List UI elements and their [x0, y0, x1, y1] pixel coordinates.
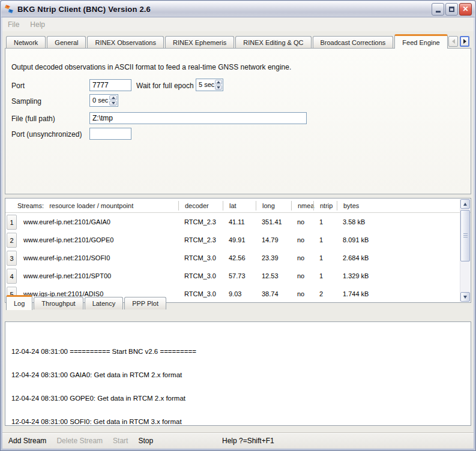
tab-ppp-plot[interactable]: PPP Plot [124, 297, 166, 309]
streams-table: Streams: resource loader / mountpoint de… [5, 198, 471, 303]
cell-long: 12.53 [256, 272, 291, 279]
cell-long: 14.79 [256, 236, 291, 243]
tab-scroll-left-button[interactable] [448, 36, 458, 47]
table-row[interactable]: 2 www.euref-ip.net:2101/GOPE0 RTCM_2.3 4… [5, 231, 471, 249]
column-header-long[interactable]: long [256, 201, 291, 211]
cell-ntrip: 2 [313, 290, 337, 297]
arrow-up-icon [463, 203, 467, 206]
delete-stream-button[interactable]: Delete Stream [56, 437, 103, 445]
main-tab-bar: Network General RINEX Observations RINEX… [6, 34, 448, 49]
scroll-up-button[interactable] [460, 199, 470, 209]
port-unsynchronized-input[interactable] [89, 128, 131, 140]
tab-feed-engine[interactable]: Feed Engine [394, 34, 447, 49]
cell-ntrip: 1 [313, 272, 337, 279]
tab-rinex-editing-qc[interactable]: RINEX Editing & QC [235, 36, 311, 49]
menu-help[interactable]: Help [25, 19, 50, 31]
chevron-left-icon [452, 39, 455, 44]
port-unsynchronized-label: Port (unsynchronized) [11, 130, 82, 139]
row-number[interactable]: 2 [7, 233, 17, 248]
cell-ntrip: 1 [313, 254, 337, 261]
column-header-decoder[interactable]: decoder [178, 201, 223, 211]
log-line: 12-04-24 08:31:00 SOFI0: Get data in RTC… [11, 418, 471, 426]
cell-nmea: no [291, 272, 313, 279]
sampling-spinbox[interactable]: 0 sec [89, 94, 118, 107]
cell-decoder: RTCM_2.3 [178, 236, 223, 243]
cell-long: 38.74 [256, 290, 291, 297]
help-shortcut-label: Help ?=Shift+F1 [222, 437, 274, 445]
tab-general[interactable]: General [47, 36, 86, 49]
add-stream-button[interactable]: Add Stream [8, 437, 46, 445]
scroll-thumb[interactable] [460, 210, 470, 261]
row-number[interactable]: 4 [7, 269, 17, 284]
feed-engine-panel: Output decoded observations in ASCII for… [5, 48, 471, 194]
arrow-down-icon [463, 296, 467, 299]
cell-bytes: 8.091 kB [337, 236, 471, 243]
spin-down-button[interactable] [215, 85, 222, 90]
cell-nmea: no [291, 290, 313, 297]
cell-lat: 49.91 [223, 236, 256, 243]
tab-throughput[interactable]: Throughput [34, 297, 83, 309]
cell-bytes: 1.329 kB [337, 272, 471, 279]
cell-mountpoint: www.euref-ip.net:2101/GOPE0 [19, 236, 178, 243]
spin-up-button[interactable] [215, 80, 222, 85]
chevron-right-icon [463, 39, 466, 44]
spin-up-button[interactable] [109, 95, 117, 100]
cell-lat: 9.03 [223, 290, 256, 297]
cell-ntrip: 1 [313, 236, 337, 243]
cell-nmea: no [291, 218, 313, 226]
cell-mountpoint: www.euref-ip.net:2101/SOFI0 [19, 254, 178, 261]
tab-latency[interactable]: Latency [85, 297, 124, 309]
tab-rinex-observations[interactable]: RINEX Observations [87, 36, 163, 49]
stop-button[interactable]: Stop [138, 437, 153, 445]
cell-bytes: 1.744 kB [337, 290, 471, 297]
menu-file[interactable]: File [2, 19, 25, 31]
window-title: BKG Ntrip Client (BNC) Version 2.6 [17, 5, 432, 14]
tab-network[interactable]: Network [6, 36, 46, 49]
file-full-path-label: File (full path) [11, 115, 55, 123]
arrow-down-icon [112, 102, 115, 104]
file-full-path-input[interactable] [89, 112, 307, 124]
log-line: 12-04-24 08:31:00 GOPE0: Get data in RTC… [11, 395, 471, 402]
spin-down-button[interactable] [109, 101, 117, 106]
table-row[interactable]: 1 www.euref-ip.net:2101/GAIA0 RTCM_2.3 4… [5, 213, 471, 231]
streams-table-header: Streams: resource loader / mountpoint de… [5, 199, 471, 213]
cell-lat: 42.56 [223, 254, 256, 261]
table-scrollbar[interactable] [460, 199, 470, 302]
sampling-value: 0 sec [90, 95, 109, 106]
tab-scroll-right-button[interactable] [460, 36, 469, 47]
cell-nmea: no [291, 254, 313, 261]
table-row[interactable]: 4 www.euref-ip.net:2101/SPT00 RTCM_3.0 5… [5, 267, 471, 285]
start-button[interactable]: Start [113, 437, 128, 445]
column-header-ntrip[interactable]: ntrip [313, 201, 337, 211]
wait-for-full-epoch-spinbox[interactable]: 5 sec [196, 79, 223, 91]
column-header-bytes[interactable]: bytes [337, 201, 471, 211]
tab-log[interactable]: Log [6, 295, 32, 310]
column-header-lat[interactable]: lat [223, 201, 256, 211]
tab-rinex-ephemeris[interactable]: RINEX Ephemeris [165, 36, 234, 49]
maximize-button[interactable] [445, 3, 458, 16]
scroll-grip-icon [463, 233, 468, 234]
port-input[interactable] [89, 79, 131, 91]
title-bar[interactable]: BKG Ntrip Client (BNC) Version 2.6 ✕ [1, 1, 475, 17]
maximize-icon [449, 7, 454, 12]
table-row[interactable]: 3 www.euref-ip.net:2101/SOFI0 RTCM_3.0 4… [5, 249, 471, 267]
column-header-mountpoint[interactable]: Streams: resource loader / mountpoint [5, 201, 178, 211]
cell-decoder: RTCM_2.3 [178, 218, 223, 226]
scroll-down-button[interactable] [460, 292, 470, 302]
cell-ntrip: 1 [313, 218, 337, 226]
menu-bar: File Help [2, 17, 474, 31]
tab-broadcast-corrections[interactable]: Broadcast Corrections [313, 36, 394, 49]
app-window: BKG Ntrip Client (BNC) Version 2.6 ✕ Fil… [0, 0, 476, 451]
row-number[interactable]: 3 [7, 251, 17, 266]
close-icon: ✕ [462, 5, 468, 13]
log-panel[interactable]: 12-04-24 08:31:00 ========== Start BNC v… [5, 321, 471, 426]
row-number[interactable]: 1 [7, 215, 17, 230]
minimize-button[interactable] [432, 3, 444, 16]
arrow-down-icon [217, 86, 220, 89]
column-header-nmea[interactable]: nmea [291, 201, 313, 211]
cell-decoder: RTCM_3.0 [178, 254, 223, 261]
app-icon [4, 4, 14, 14]
close-button[interactable]: ✕ [459, 3, 472, 16]
cell-mountpoint: www.euref-ip.net:2101/SPT00 [19, 272, 178, 279]
bottom-button-bar: Add Stream Delete Stream Start Stop Help… [2, 432, 474, 449]
